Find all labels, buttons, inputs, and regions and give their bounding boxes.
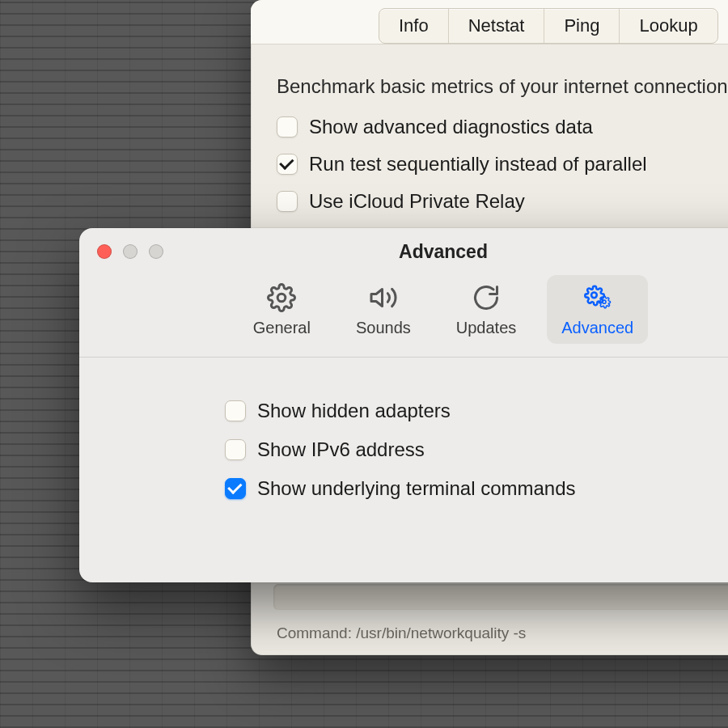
preferences-window: Advanced General Sounds Updates — [79, 228, 728, 582]
svg-point-0 — [278, 294, 286, 302]
tab-netstat[interactable]: Netstat — [449, 9, 545, 43]
tab-label: Info — [399, 15, 429, 36]
checkbox-show-ipv6[interactable] — [225, 439, 246, 460]
checkbox-show-hidden-adapters[interactable] — [225, 400, 246, 421]
toolbar-sounds[interactable]: Sounds — [341, 275, 425, 344]
section-heading: Benchmark basic metrics of your internet… — [277, 75, 728, 98]
back-window-body: Benchmark basic metrics of your internet… — [251, 44, 728, 213]
window-controls — [97, 244, 163, 259]
close-window-button[interactable] — [97, 244, 112, 259]
toolbar-label: Advanced — [561, 319, 633, 337]
toolbar-updates[interactable]: Updates — [442, 275, 531, 344]
option-row: Show advanced diagnostics data — [277, 116, 728, 138]
double-gear-icon — [582, 283, 614, 312]
toolbar-advanced[interactable]: Advanced — [547, 275, 648, 344]
svg-point-2 — [591, 293, 597, 298]
tab-lookup[interactable]: Lookup — [620, 9, 717, 43]
svg-point-3 — [603, 300, 606, 303]
checkbox-show-advanced-diagnostics[interactable] — [277, 116, 298, 138]
minimize-window-button[interactable] — [123, 244, 138, 259]
checkbox-label: Show IPv6 address — [257, 438, 425, 461]
option-row: Use iCloud Private Relay — [277, 190, 728, 213]
checkbox-label: Use iCloud Private Relay — [309, 190, 525, 213]
speaker-icon — [369, 283, 398, 312]
gear-icon — [267, 283, 296, 312]
toolbar-label: Updates — [456, 319, 517, 337]
toolbar-general[interactable]: General — [239, 275, 325, 344]
tab-ping[interactable]: Ping — [544, 9, 620, 43]
preferences-toolbar: General Sounds Updates Advanced — [79, 275, 728, 358]
checkbox-label: Run test sequentially instead of paralle… — [309, 153, 647, 176]
zoom-window-button[interactable] — [149, 244, 163, 259]
command-display: Command: /usr/bin/networkquality -s — [277, 624, 526, 642]
preferences-body: Show hidden adapters Show IPv6 address S… — [79, 358, 728, 500]
checkbox-run-sequentially[interactable] — [277, 154, 298, 175]
tab-label: Lookup — [639, 15, 697, 36]
checkbox-label: Show underlying terminal commands — [257, 477, 576, 500]
checkbox-label: Show hidden adapters — [257, 400, 451, 422]
tab-label: Netstat — [468, 15, 525, 36]
tab-label: Ping — [564, 15, 599, 36]
svg-marker-1 — [371, 290, 383, 307]
option-row: Run test sequentially instead of paralle… — [277, 153, 728, 176]
checkbox-show-terminal-commands[interactable] — [225, 478, 246, 499]
titlebar: Advanced — [79, 228, 728, 275]
option-row: Show hidden adapters — [225, 400, 728, 422]
checkbox-label: Show advanced diagnostics data — [309, 116, 593, 138]
tab-info[interactable]: Info — [379, 9, 449, 43]
back-window-tabs: Info Netstat Ping Lookup — [379, 8, 718, 44]
toolbar-label: General — [253, 319, 311, 337]
command-value: /usr/bin/networkquality -s — [356, 624, 526, 641]
refresh-icon — [472, 283, 501, 312]
output-area — [273, 584, 728, 610]
option-row: Show IPv6 address — [225, 438, 728, 461]
command-prefix: Command: — [277, 624, 356, 641]
checkbox-icloud-private-relay[interactable] — [277, 191, 298, 212]
toolbar-label: Sounds — [356, 319, 411, 337]
option-row: Show underlying terminal commands — [225, 477, 728, 500]
window-title: Advanced — [399, 241, 488, 263]
